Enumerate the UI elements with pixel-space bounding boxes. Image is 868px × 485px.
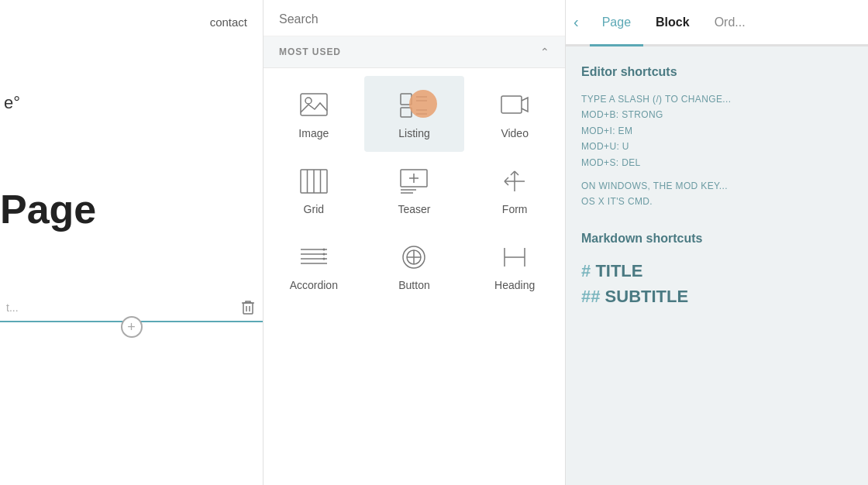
shortcut-del: MOD+S: DEL	[581, 155, 852, 170]
block-icon-teaser	[398, 167, 429, 195]
block-item-video[interactable]: Video	[464, 76, 565, 152]
right-panel: ‹ Page Block Ord... Editor shortcuts TYP…	[566, 0, 868, 485]
svg-point-31	[322, 249, 325, 251]
block-label-form: Form	[502, 203, 528, 215]
double-hash-icon: ##	[581, 287, 600, 306]
block-picker-panel: MOST USED ⌃ Image	[264, 0, 566, 485]
add-block-button[interactable]: +	[121, 316, 143, 338]
tab-block[interactable]: Block	[643, 0, 702, 46]
shortcut-osx: OS X IT'S CMD.	[581, 194, 852, 209]
tab-order[interactable]: Ord...	[702, 0, 758, 46]
markdown-subtitle-text: SUBTITLE	[605, 287, 689, 306]
tabs-bar: ‹ Page Block Ord...	[566, 0, 868, 46]
back-button[interactable]: ‹	[574, 13, 579, 31]
editor-shortcuts-title: Editor shortcuts	[581, 65, 852, 79]
page-title: Page	[0, 186, 96, 232]
editor-shortcuts-section: Editor shortcuts TYPE A SLASH (/) TO CHA…	[581, 65, 852, 210]
block-label-heading: Heading	[494, 279, 535, 291]
markdown-subtitle-example: ## SUBTITLE	[581, 284, 852, 309]
block-label-grid: Grid	[304, 203, 324, 215]
block-icon-video	[499, 91, 530, 119]
svg-rect-3	[301, 94, 327, 115]
panel-content: Editor shortcuts TYPE A SLASH (/) TO CHA…	[566, 46, 868, 485]
tab-page[interactable]: Page	[590, 0, 643, 46]
markdown-shortcuts-title: Markdown shortcuts	[581, 232, 852, 246]
svg-point-4	[305, 98, 312, 104]
block-label-teaser: Teaser	[398, 203, 430, 215]
svg-rect-0	[243, 303, 253, 314]
block-icon-image	[298, 91, 329, 119]
block-item-grid[interactable]: Grid	[264, 152, 364, 228]
svg-rect-11	[501, 96, 522, 113]
block-item-image[interactable]: Image	[264, 76, 364, 152]
block-label-video: Video	[501, 127, 529, 139]
block-item-accordion[interactable]: Accordion	[264, 228, 364, 304]
block-item-form[interactable]: Form	[464, 152, 565, 228]
chevron-up-icon[interactable]: ⌃	[540, 46, 549, 58]
most-used-section-header: MOST USED ⌃	[264, 36, 565, 68]
shortcut-em: MOD+I: EM	[581, 123, 852, 139]
block-search-input[interactable]	[279, 12, 549, 26]
markdown-shortcuts-section: Markdown shortcuts # TITLE ## SUBTITLE	[581, 232, 852, 309]
block-icon-listing	[398, 91, 429, 119]
shortcut-u: MOD+U: U	[581, 139, 852, 154]
search-bar-placeholder: t...	[6, 301, 19, 314]
block-search-wrap	[264, 0, 565, 36]
svg-point-32	[322, 253, 325, 256]
block-item-teaser[interactable]: Teaser	[364, 152, 465, 228]
block-label-accordion: Accordion	[290, 279, 338, 291]
nav-contact: contact	[210, 15, 247, 29]
shortcut-slash: TYPE A SLASH (/) TO CHANGE...	[581, 91, 852, 107]
svg-point-33	[322, 258, 325, 260]
block-item-button[interactable]: Button	[364, 228, 465, 304]
site-logo: e°	[4, 93, 20, 113]
block-icon-grid	[298, 167, 329, 195]
block-icon-button	[398, 243, 429, 271]
hash-icon: #	[581, 261, 591, 280]
block-label-image: Image	[298, 127, 329, 139]
section-label: MOST USED	[279, 46, 341, 57]
block-item-listing[interactable]: Listing	[364, 76, 465, 152]
block-icon-form	[499, 167, 530, 195]
page-editor: e° contact Page t... +	[0, 0, 264, 485]
blocks-grid: Image Listing	[264, 68, 565, 311]
markdown-title-text: TITLE	[595, 261, 642, 280]
block-icon-heading	[499, 243, 530, 271]
shortcut-bold: MOD+B: STRONG	[581, 107, 852, 122]
block-label-listing: Listing	[398, 127, 429, 139]
delete-icon[interactable]	[241, 300, 255, 318]
listing-active-indicator	[409, 90, 437, 118]
block-label-button: Button	[398, 279, 429, 291]
block-item-heading[interactable]: Heading	[464, 228, 565, 304]
shortcut-windows: ON WINDOWS, THE MOD KEY...	[581, 178, 852, 194]
block-icon-accordion	[298, 243, 329, 271]
markdown-title-example: # TITLE	[581, 258, 852, 284]
